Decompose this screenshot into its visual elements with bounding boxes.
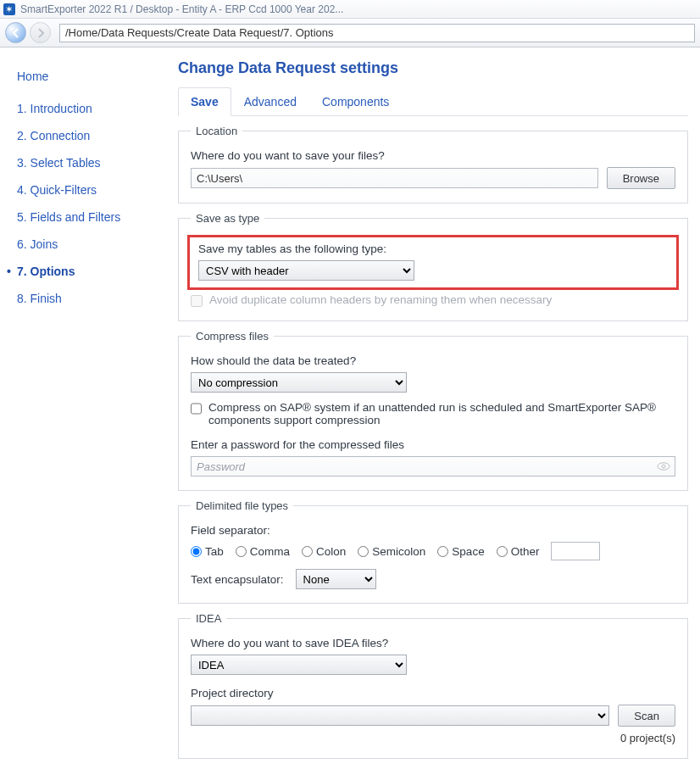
idea-group: IDEA Where do you want to save IDEA file… <box>178 612 688 759</box>
arrow-right-icon <box>36 28 46 38</box>
save-as-type-group: Save as type Save my tables as the follo… <box>178 212 688 321</box>
sidebar-item-options[interactable]: 7. Options <box>17 258 169 285</box>
delimited-group: Delimited file types Field separator: Ta… <box>178 499 688 604</box>
encapsulator-label: Text encapsulator: <box>191 573 284 586</box>
location-legend: Location <box>191 125 242 137</box>
arrow-left-icon <box>11 28 21 38</box>
sep-semicolon[interactable]: Semicolon <box>358 545 425 558</box>
compress-group: Compress files How should the data be tr… <box>178 330 688 491</box>
address-bar[interactable]: /Home/Data Requests/Create Data Request/… <box>59 24 695 42</box>
save-type-prompt: Save my tables as the following type: <box>198 242 668 255</box>
sidebar-home[interactable]: Home <box>17 63 169 95</box>
encapsulator-select[interactable]: None <box>296 569 376 589</box>
highlight-save-type: Save my tables as the following type: CS… <box>187 235 679 290</box>
title-bar: ✶ SmartExporter 2022 R1 / Desktop - Enti… <box>0 0 700 19</box>
sidebar-item-fields-filters[interactable]: 5. Fields and Filters <box>17 203 169 231</box>
sidebar-item-joins[interactable]: 6. Joins <box>17 231 169 258</box>
app-icon: ✶ <box>3 3 15 15</box>
sidebar-item-finish[interactable]: 8. Finish <box>17 285 169 312</box>
project-count: 0 project(s) <box>191 732 675 744</box>
page-title: Change Data Request settings <box>178 59 688 77</box>
wizard-sidebar: Home 1. Introduction 2. Connection 3. Se… <box>0 47 169 769</box>
browse-button[interactable]: Browse <box>607 167 675 189</box>
idea-legend: IDEA <box>191 612 226 625</box>
sidebar-item-introduction[interactable]: 1. Introduction <box>17 95 169 122</box>
sep-colon[interactable]: Colon <box>302 545 346 558</box>
svg-point-1 <box>662 465 665 468</box>
window-title: SmartExporter 2022 R1 / Desktop - Entity… <box>20 3 343 15</box>
content-pane: Change Data Request settings Save Advanc… <box>169 47 700 769</box>
projdir-select[interactable] <box>191 705 609 726</box>
location-path-input[interactable] <box>191 168 598 188</box>
avoid-duplicate-checkbox <box>191 295 203 307</box>
location-group: Location Where do you want to save your … <box>178 125 688 203</box>
sep-comma[interactable]: Comma <box>236 545 290 558</box>
avoid-duplicate-label: Avoid duplicate column headers by renami… <box>209 293 552 306</box>
sep-tab[interactable]: Tab <box>191 545 224 558</box>
sidebar-item-connection[interactable]: 2. Connection <box>17 122 169 149</box>
sep-other-input[interactable] <box>551 542 600 560</box>
eye-icon[interactable] <box>657 460 670 473</box>
nav-forward-button <box>30 22 51 43</box>
svg-point-0 <box>658 463 669 470</box>
separator-label: Field separator: <box>191 524 675 537</box>
projdir-label: Project directory <box>191 687 675 699</box>
compress-select[interactable]: No compression <box>191 372 407 393</box>
idea-prompt: Where do you want to save IDEA files? <box>191 637 675 649</box>
compress-sap-checkbox[interactable] <box>191 403 202 415</box>
compress-legend: Compress files <box>191 330 274 343</box>
compress-sap-label: Compress on SAP® system if an unattended… <box>208 401 675 426</box>
sidebar-item-select-tables[interactable]: 3. Select Tables <box>17 149 169 176</box>
address-text: /Home/Data Requests/Create Data Request/… <box>65 26 334 39</box>
delimited-legend: Delimited file types <box>191 499 293 512</box>
idea-location-select[interactable]: IDEA <box>191 655 407 675</box>
sep-other[interactable]: Other <box>497 545 540 558</box>
tab-advanced[interactable]: Advanced <box>231 87 309 116</box>
location-prompt: Where do you want to save your files? <box>191 149 675 162</box>
compress-prompt: How should the data be treated? <box>191 354 675 367</box>
sep-space[interactable]: Space <box>437 545 484 558</box>
scan-button[interactable]: Scan <box>618 705 675 727</box>
nav-bar: /Home/Data Requests/Create Data Request/… <box>0 19 700 47</box>
save-type-select[interactable]: CSV with header <box>198 260 414 281</box>
compress-pwd-prompt: Enter a password for the compressed file… <box>191 438 675 451</box>
save-as-type-legend: Save as type <box>191 212 264 225</box>
tab-save[interactable]: Save <box>178 87 231 116</box>
nav-back-button[interactable] <box>5 22 26 43</box>
sidebar-item-quick-filters[interactable]: 4. Quick-Filters <box>17 176 169 203</box>
compress-password-input[interactable] <box>191 456 675 476</box>
settings-tabs: Save Advanced Components <box>178 87 688 116</box>
tab-components[interactable]: Components <box>309 87 402 116</box>
